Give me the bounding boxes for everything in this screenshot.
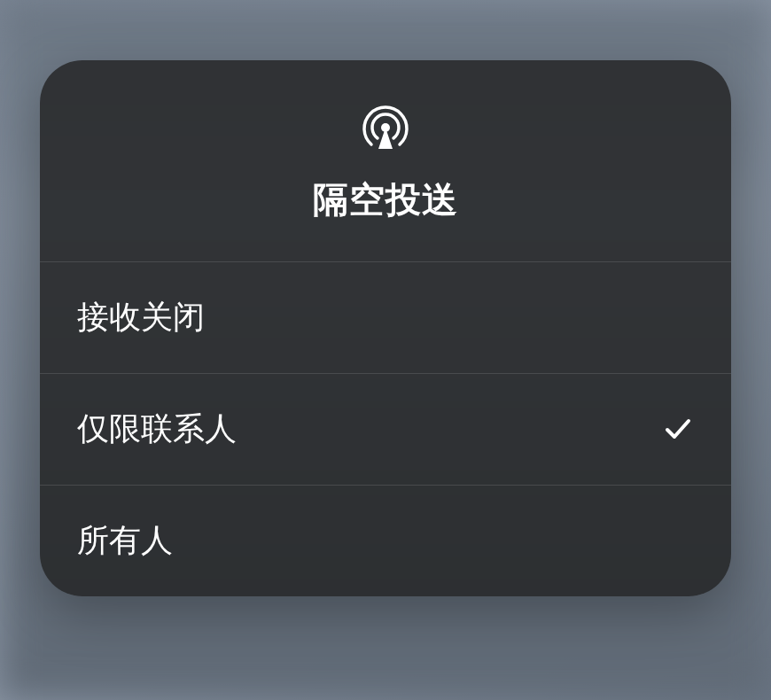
- panel-header: 隔空投送: [40, 60, 731, 262]
- panel-title: 隔空投送: [313, 175, 458, 224]
- option-contacts-only[interactable]: 仅限联系人: [40, 374, 731, 486]
- option-label: 仅限联系人: [77, 408, 237, 451]
- option-everyone[interactable]: 所有人: [40, 486, 731, 596]
- airdrop-icon: [361, 103, 410, 152]
- airdrop-panel: 隔空投送 接收关闭 仅限联系人 所有人: [40, 60, 731, 596]
- checkmark-icon: [662, 413, 694, 445]
- option-receiving-off[interactable]: 接收关闭: [40, 262, 731, 374]
- option-label: 所有人: [77, 519, 173, 563]
- option-label: 接收关闭: [77, 296, 205, 339]
- options-list: 接收关闭 仅限联系人 所有人: [40, 262, 731, 596]
